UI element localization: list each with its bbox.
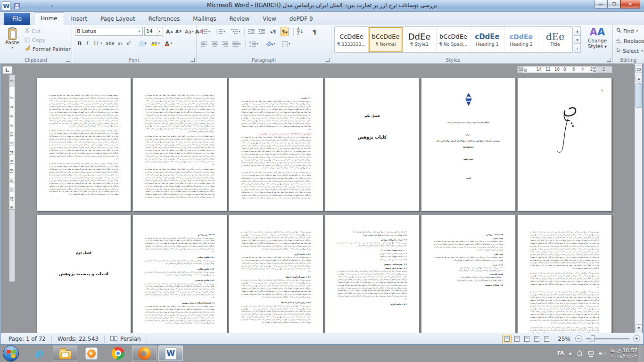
document-page[interactable]: بررسی نوسانات نرخ ارز بر تجارت بین الملل…: [36, 78, 131, 211]
styles-gallery-expand-icon[interactable]: ⇟: [574, 44, 581, 53]
start-button[interactable]: [3, 346, 19, 362]
document-area[interactable]: 1814121086422 22468101214161820222426 بر…: [0, 64, 644, 333]
zoom-out-button[interactable]: −: [575, 335, 582, 342]
style-item[interactable]: cDdEeHeading 2: [504, 27, 538, 52]
align-left-button[interactable]: [200, 39, 209, 49]
align-right-button[interactable]: [221, 39, 230, 49]
ribbon-tab-insert[interactable]: Insert: [65, 13, 93, 25]
style-item[interactable]: bCcDdEe¶ No Spaci...: [437, 27, 471, 52]
document-page[interactable]: فصل دومادبیات و پیشینه پژوهش·: [36, 214, 131, 333]
view-button-web-layout[interactable]: [522, 335, 531, 343]
styles-scroll-up-icon[interactable]: ▲: [574, 26, 581, 35]
ribbon-tab-dopdf-9[interactable]: doPDF 9: [283, 13, 319, 25]
close-button[interactable]: ✕: [620, 0, 640, 8]
subscript-button[interactable]: x₂: [116, 39, 124, 48]
document-page[interactable]: آیا رابطه معناداری میان نوسانات نرخ ارز …: [325, 214, 420, 333]
document-page[interactable]: بررسی نوسانات نرخ ارز بر تجارت بین الملل…: [517, 214, 612, 333]
find-button[interactable]: Find▾: [616, 27, 638, 35]
ribbon-tab-mailings[interactable]: Mailings: [187, 13, 222, 25]
ribbon-tab-references[interactable]: References: [142, 13, 186, 25]
view-button-print-layout[interactable]: [502, 335, 512, 343]
grow-font-button[interactable]: A▲: [165, 27, 174, 36]
style-item[interactable]: dEeTitle: [538, 27, 572, 52]
undo-icon[interactable]: ↶: [23, 2, 31, 10]
underline-button[interactable]: U: [92, 39, 99, 48]
increase-indent-button[interactable]: [257, 27, 266, 36]
page-indicator[interactable]: Page: 1 of 72: [3, 335, 52, 343]
view-button-draft[interactable]: [542, 335, 551, 343]
taskbar-word[interactable]: W: [158, 346, 183, 361]
vertical-scrollbar[interactable]: ▲ ▼: [635, 64, 642, 333]
ribbon-tab-review[interactable]: Review: [223, 13, 256, 25]
hidden-icons-icon[interactable]: ▲: [569, 351, 571, 355]
zoom-slider-thumb[interactable]: [591, 335, 595, 342]
view-button-full-screen-reading[interactable]: [512, 335, 521, 343]
text-effects-button[interactable]: A▾: [138, 39, 148, 48]
paste-button[interactable]: Paste ▾: [3, 26, 22, 60]
bold-button[interactable]: B: [76, 39, 83, 48]
taskbar-media-player[interactable]: [79, 346, 104, 361]
vertical-ruler[interactable]: 22468101214161820222426: [9, 74, 15, 282]
bullets-button[interactable]: ▾: [200, 27, 212, 36]
restore-button[interactable]: ❐: [607, 0, 620, 8]
taskbar-internet-explorer[interactable]: e: [26, 346, 51, 361]
taskbar-windows-explorer[interactable]: [53, 346, 77, 361]
scroll-down-icon[interactable]: ▼: [636, 324, 642, 331]
justify-button[interactable]: ▾: [231, 39, 242, 49]
italic-button[interactable]: I: [84, 39, 89, 48]
shrink-font-button[interactable]: A▼: [174, 27, 183, 36]
highlight-button[interactable]: ab▾: [149, 39, 161, 48]
clipboard-dialog-launcher[interactable]: [66, 58, 70, 62]
volume-icon[interactable]: [599, 351, 606, 356]
numbering-button[interactable]: 123▾: [215, 27, 227, 36]
select-button[interactable]: Select▾: [616, 47, 643, 55]
replace-button[interactable]: ab⇢ac Replace: [616, 37, 644, 45]
styles-scroll-down-icon[interactable]: ▼: [574, 35, 581, 44]
copy-button[interactable]: Copy: [25, 36, 45, 44]
zoom-slider[interactable]: [586, 338, 629, 339]
multilevel-list-button[interactable]: ▾: [230, 27, 242, 36]
document-page[interactable]: بررسی نوسانات نرخ ارز بر تجارت بین الملل…: [229, 214, 323, 333]
left-to-right-button[interactable]: ▸¶: [269, 27, 277, 36]
font-size-dropdown-icon[interactable]: ▾: [157, 27, 161, 35]
ribbon-tab-view[interactable]: View: [256, 13, 282, 25]
view-button-outline[interactable]: [532, 335, 541, 343]
minimize-button[interactable]: —: [594, 0, 607, 8]
underline-dropdown-icon[interactable]: ▾: [99, 39, 104, 48]
format-painter-button[interactable]: Format Painter: [25, 45, 71, 53]
proofing-status[interactable]: ✓ Persian: [105, 335, 147, 343]
document-page[interactable]: فصل یکمکلیات پژوهش·: [325, 78, 420, 211]
font-dialog-launcher[interactable]: [191, 58, 195, 62]
document-page[interactable]: بررسی نوسانات نرخ ارز بر تجارت بین الملل…: [132, 78, 227, 211]
ribbon-tab-file[interactable]: File: [4, 13, 30, 25]
strikethrough-button[interactable]: abe: [104, 39, 116, 48]
save-icon[interactable]: [13, 2, 21, 10]
document-page[interactable]: ۱-۱ مقدمهبررسی نوسانات نرخ ارز بر تجارت …: [229, 78, 323, 211]
scroll-up-icon[interactable]: ▲: [636, 75, 642, 82]
undo-dropdown-icon[interactable]: ▾: [33, 2, 36, 10]
ruler-toggle-button[interactable]: [636, 66, 642, 73]
font-name-combo[interactable]: B Lotus ▾: [75, 27, 143, 36]
tab-selector-button[interactable]: [2, 66, 12, 74]
style-item[interactable]: DdEe¶ Style1: [403, 27, 437, 52]
scrollbar-thumb[interactable]: [636, 83, 642, 108]
language-indicator[interactable]: Persian: [120, 336, 141, 342]
document-page[interactable]: ١·: [517, 78, 612, 211]
redo-icon[interactable]: ↷: [38, 2, 46, 10]
show-desktop-button[interactable]: [639, 345, 644, 362]
right-to-left-button[interactable]: ¶◂: [281, 27, 289, 36]
shading-button[interactable]: ▾: [264, 39, 277, 49]
ribbon-tab-page-layout[interactable]: Page Layout: [94, 13, 141, 25]
paste-dropdown-icon[interactable]: ▾: [12, 46, 14, 49]
style-item[interactable]: bCcDdEe¶ Normal: [369, 27, 403, 52]
paragraph-dialog-launcher[interactable]: [326, 58, 330, 62]
ribbon-tab-home[interactable]: Home: [34, 12, 64, 25]
zoom-in-button[interactable]: +: [633, 335, 640, 342]
styles-dialog-launcher[interactable]: [607, 58, 611, 62]
zoom-level[interactable]: 25%: [558, 336, 570, 342]
hanging-indent-icon[interactable]: [593, 70, 596, 72]
indent-marker-icon[interactable]: [524, 68, 527, 72]
cut-button[interactable]: Cut: [25, 27, 41, 35]
language-bar[interactable]: FA: [557, 350, 564, 356]
style-item[interactable]: cDdEeHeading 1: [471, 27, 504, 52]
